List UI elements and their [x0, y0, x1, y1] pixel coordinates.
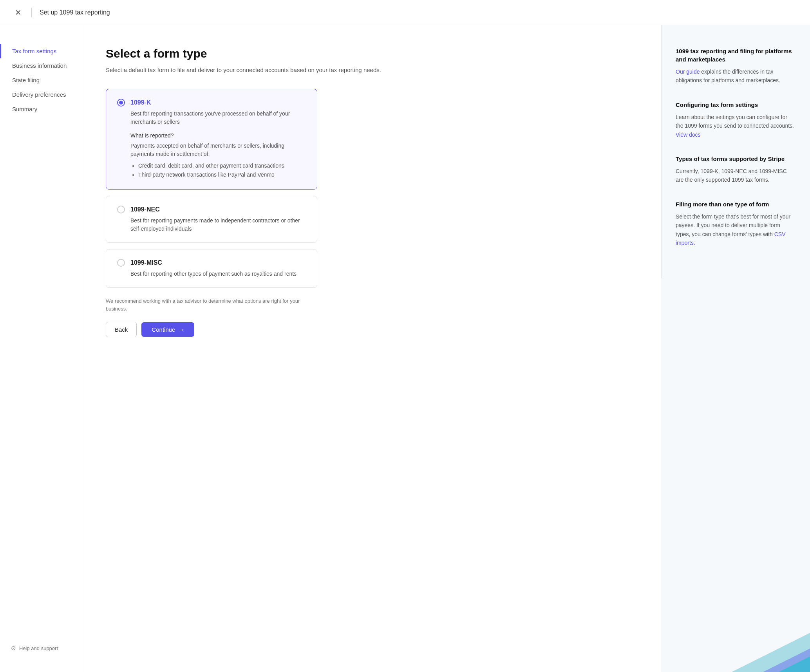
option-header-1099k: 1099-K	[117, 99, 306, 107]
option-desc-1099nec: Best for reporting payments made to inde…	[130, 217, 306, 233]
help-section-filing-multiple: Filing more than one type of form Select…	[676, 200, 796, 247]
page-title: Select a form type	[106, 47, 638, 60]
our-guide-link[interactable]: Our guide	[676, 69, 700, 75]
help-title-reporting: 1099 tax reporting and filing for platfo…	[676, 47, 796, 63]
help-section-reporting: 1099 tax reporting and filing for platfo…	[676, 47, 796, 85]
close-button[interactable]: ✕	[13, 7, 24, 18]
option-desc-1099misc: Best for reporting other types of paymen…	[130, 270, 306, 278]
help-title-filing-multiple: Filing more than one type of form	[676, 200, 796, 208]
bullet-1099k-1: Credit card, debit card, and other payme…	[138, 161, 306, 171]
option-header-1099misc: 1099-MISC	[117, 259, 306, 267]
option-card-1099k[interactable]: 1099-K Best for reporting transactions y…	[106, 89, 317, 190]
help-text-types: Currently, 1099-K, 1099-NEC and 1099-MIS…	[676, 167, 796, 184]
bullet-1099k-2: Third-party network transactions like Pa…	[138, 170, 306, 180]
help-text-filing-multiple: Select the form type that's best for mos…	[676, 212, 796, 247]
help-section-types: Types of tax forms supported by Stripe C…	[676, 155, 796, 184]
sidebar-item-tax-form-settings[interactable]: Tax form settings	[0, 44, 82, 58]
option-title-1099nec: 1099-NEC	[130, 206, 160, 213]
back-button[interactable]: Back	[106, 322, 137, 337]
payments-text-1099k: Payments accepted on behalf of merchants…	[130, 142, 306, 158]
help-text-before-configuring: Learn about the settings you can configu…	[676, 114, 794, 129]
option-header-1099nec: 1099-NEC	[117, 206, 306, 213]
radio-1099k[interactable]	[117, 99, 125, 107]
main-layout: Tax form settings Business information S…	[0, 25, 810, 672]
option-card-1099nec[interactable]: 1099-NEC Best for reporting payments mad…	[106, 196, 317, 243]
arrow-icon: →	[178, 326, 184, 333]
right-panel: 1099 tax reporting and filing for platfo…	[661, 25, 810, 278]
radio-1099nec[interactable]	[117, 206, 125, 213]
page-subtitle: Select a default tax form to file and de…	[106, 66, 638, 75]
help-text-before-filing: Select the form type that's best for mos…	[676, 213, 790, 237]
option-card-1099misc[interactable]: 1099-MISC Best for reporting other types…	[106, 249, 317, 288]
help-text-reporting: Our guide explains the differences in ta…	[676, 67, 796, 85]
radio-1099misc[interactable]	[117, 259, 125, 267]
help-text-configuring: Learn about the settings you can configu…	[676, 113, 796, 139]
advisor-note: We recommend working with a tax advisor …	[106, 297, 317, 313]
main-content: Select a form type Select a default tax …	[82, 25, 661, 672]
what-reported-label: What is reported?	[130, 132, 306, 139]
decorative-corner	[732, 625, 810, 672]
continue-button[interactable]: Continue →	[141, 322, 194, 337]
help-support-link[interactable]: ⊙ Help and support	[0, 637, 82, 659]
divider	[31, 8, 32, 17]
sidebar-item-state-filing[interactable]: State filing	[0, 73, 82, 87]
option-desc-1099k: Best for reporting transactions you've p…	[130, 110, 306, 126]
top-bar-title: Set up 1099 tax reporting	[40, 9, 110, 16]
button-row: Back Continue →	[106, 322, 638, 337]
help-title-types: Types of tax forms supported by Stripe	[676, 155, 796, 163]
sidebar-item-delivery-preferences[interactable]: Delivery preferences	[0, 87, 82, 102]
view-docs-link[interactable]: View docs	[676, 132, 701, 138]
help-title-configuring: Configuring tax form settings	[676, 101, 796, 109]
bullet-list-1099k: Credit card, debit card, and other payme…	[138, 161, 306, 180]
help-section-configuring: Configuring tax form settings Learn abou…	[676, 101, 796, 139]
sidebar-item-business-information[interactable]: Business information	[0, 58, 82, 73]
option-title-1099misc: 1099-MISC	[130, 259, 162, 266]
option-title-1099k: 1099-K	[130, 99, 151, 106]
top-bar: ✕ Set up 1099 tax reporting	[0, 0, 810, 25]
help-icon: ⊙	[11, 645, 16, 652]
sidebar: Tax form settings Business information S…	[0, 25, 82, 672]
sidebar-item-summary[interactable]: Summary	[0, 102, 82, 116]
